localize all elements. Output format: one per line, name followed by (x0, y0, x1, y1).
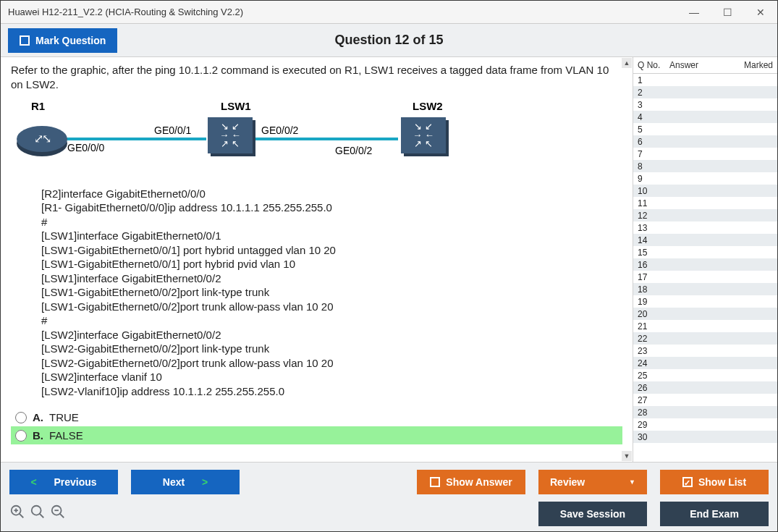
zoom-out-icon[interactable] (50, 504, 66, 524)
question-row[interactable]: 22 (633, 332, 777, 345)
question-row[interactable]: 29 (633, 418, 777, 431)
content-pane: ▲ ▼ Refer to the graphic, after the ping… (1, 57, 633, 462)
switch-icon: ↘ ↙→ ←↗ ↖ (405, 122, 441, 148)
switch-lsw1: ↘ ↙→ ←↗ ↖ (205, 117, 255, 155)
svg-line-1 (20, 514, 24, 518)
question-row[interactable]: 9 (633, 172, 777, 185)
port-lsw1-ge002: GE0/0/2 (261, 124, 298, 136)
question-list-header: Q No. Answer Marked (633, 57, 777, 74)
question-row[interactable]: 11 (633, 197, 777, 209)
question-number: 8 (638, 161, 667, 172)
checkbox-icon (20, 35, 30, 46)
svg-line-5 (40, 514, 44, 518)
question-row[interactable]: 8 (633, 160, 777, 172)
question-number: 6 (638, 137, 667, 147)
maximize-button[interactable]: ☐ (711, 1, 744, 23)
config-block: [R2]interface GigabitEthernet0/0/0 [R1- … (41, 187, 622, 399)
show-answer-label: Show Answer (446, 476, 512, 488)
end-exam-button[interactable]: End Exam (660, 502, 769, 526)
window-title: Huawei H12-211_V2.2 (HCIA-Routing & Swit… (8, 7, 243, 17)
question-row[interactable]: 14 (633, 234, 777, 246)
question-row[interactable]: 20 (633, 308, 777, 320)
question-row[interactable]: 13 (633, 221, 777, 234)
answer-text: FALSE (49, 429, 83, 442)
question-row[interactable]: 21 (633, 320, 777, 332)
question-row[interactable]: 28 (633, 406, 777, 418)
review-label: Review (550, 476, 585, 488)
question-number: 16 (638, 260, 667, 270)
topbar: Mark Question Question 12 of 15 (1, 24, 777, 57)
question-row[interactable]: 16 (633, 258, 777, 271)
next-button[interactable]: Next > (131, 470, 240, 494)
question-row[interactable]: 30 (633, 431, 777, 443)
save-session-button[interactable]: Save Session (538, 502, 647, 526)
question-number: 9 (638, 174, 667, 184)
save-session-label: Save Session (560, 508, 625, 520)
question-row[interactable]: 27 (633, 394, 777, 406)
question-number: 2 (638, 88, 667, 98)
next-label: Next (163, 476, 185, 488)
question-number: 3 (638, 100, 667, 110)
show-list-button[interactable]: Show List (660, 470, 769, 494)
question-row[interactable]: 15 (633, 246, 777, 258)
question-number: 29 (638, 420, 667, 430)
app-window: Huawei H12-211_V2.2 (HCIA-Routing & Swit… (0, 0, 778, 532)
question-row[interactable]: 6 (633, 135, 777, 148)
question-list[interactable]: 1234567891011121314151617181920212223242… (633, 74, 777, 462)
question-row[interactable]: 24 (633, 357, 777, 369)
scroll-down-icon[interactable]: ▼ (622, 451, 632, 461)
chevron-right-icon: > (202, 476, 208, 488)
answer-radio[interactable] (15, 412, 27, 423)
question-number: 13 (638, 223, 667, 233)
zoom-reset-icon[interactable] (30, 504, 46, 524)
close-button[interactable]: ✕ (744, 1, 777, 23)
checkbox-checked-icon (682, 477, 693, 487)
question-number: 15 (638, 248, 667, 258)
question-row[interactable]: 12 (633, 209, 777, 221)
previous-button[interactable]: < Previous (9, 470, 118, 494)
answer-radio[interactable] (15, 430, 27, 442)
question-row[interactable]: 2 (633, 86, 777, 98)
content-scrollbar[interactable]: ▲ ▼ (621, 57, 633, 462)
previous-label: Previous (54, 476, 96, 488)
minimize-button[interactable]: — (677, 1, 711, 23)
router-r1: ⤢⤡ (17, 120, 67, 158)
mark-question-button[interactable]: Mark Question (8, 28, 117, 53)
scroll-up-icon[interactable]: ▲ (622, 58, 632, 68)
question-number: 12 (638, 211, 667, 221)
answer-option[interactable]: A. TRUE (11, 408, 622, 426)
question-number: 1 (638, 75, 667, 85)
question-row[interactable]: 4 (633, 111, 777, 123)
question-row[interactable]: 25 (633, 369, 777, 381)
zoom-in-icon[interactable] (9, 504, 25, 524)
question-number: 24 (638, 358, 667, 368)
question-row[interactable]: 5 (633, 123, 777, 135)
question-row[interactable]: 26 (633, 381, 777, 394)
window-controls: — ☐ ✕ (677, 1, 777, 23)
question-number: 26 (638, 383, 667, 393)
device-label-lsw1: LSW1 (221, 100, 251, 112)
end-exam-label: End Exam (690, 508, 739, 520)
router-icon: ⤢⤡ (34, 132, 50, 145)
question-number: 22 (638, 334, 667, 344)
question-row[interactable]: 1 (633, 74, 777, 86)
show-answer-button[interactable]: Show Answer (417, 470, 525, 494)
chevron-left-icon: < (30, 476, 36, 488)
review-button[interactable]: Review ▼ (538, 470, 647, 494)
question-row[interactable]: 10 (633, 185, 777, 197)
answer-option[interactable]: B. FALSE (11, 426, 622, 444)
mark-question-label: Mark Question (35, 35, 106, 46)
question-row[interactable]: 19 (633, 295, 777, 308)
question-row[interactable]: 17 (633, 271, 777, 283)
main-area: ▲ ▼ Refer to the graphic, after the ping… (1, 57, 777, 462)
network-diagram: R1 LSW1 LSW2 ⤢⤡ ↘ ↙→ ←↗ ↖ ↘ ↙→ ←↗ ↖ GE0/… (11, 100, 474, 180)
scroll-area[interactable]: Refer to the graphic, after the ping 10.… (1, 57, 633, 462)
port-lsw1-ge001: GE0/0/1 (154, 124, 191, 136)
answer-text: TRUE (49, 411, 79, 423)
dropdown-icon: ▼ (629, 478, 635, 486)
device-label-lsw2: LSW2 (413, 100, 443, 112)
question-row[interactable]: 23 (633, 345, 777, 357)
question-row[interactable]: 18 (633, 283, 777, 295)
question-row[interactable]: 7 (633, 148, 777, 160)
question-row[interactable]: 3 (633, 98, 777, 111)
